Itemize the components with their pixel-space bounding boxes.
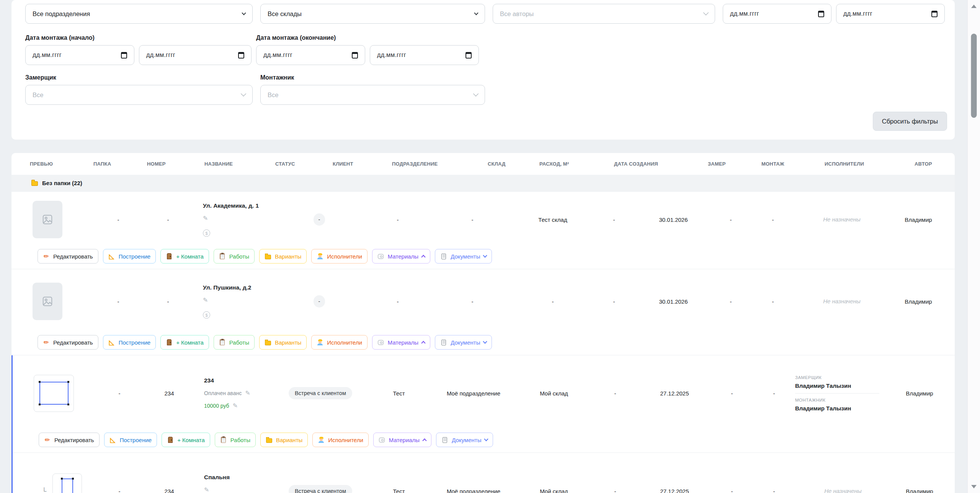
documents-button[interactable]: Документы	[435, 249, 492, 264]
scroll-up-arrow-icon[interactable]	[971, 5, 977, 8]
executors-button[interactable]: Исполнители	[311, 249, 368, 264]
triangle-ruler-icon	[108, 253, 115, 260]
works-button[interactable]: Работы	[215, 433, 256, 447]
add-room-button[interactable]: + Комната	[160, 249, 209, 264]
cell-number: 234	[144, 390, 194, 397]
header-preview: ПРЕВЬЮ	[21, 161, 93, 167]
executors-button[interactable]: Исполнители	[311, 335, 368, 350]
calendar-icon[interactable]	[818, 11, 824, 17]
edit-name-icon[interactable]	[203, 215, 208, 222]
header-measure: ЗАМЕР	[708, 161, 761, 167]
status-badge[interactable]: Встреча с клиентом	[289, 387, 352, 399]
build-button[interactable]: Построение	[103, 249, 156, 264]
materials-button[interactable]: Материалы	[372, 249, 430, 264]
cell-client: -	[365, 298, 430, 305]
document-icon	[440, 253, 447, 260]
documents-button[interactable]: Документы	[436, 433, 493, 447]
status-badge[interactable]: Встреча с клиентом	[289, 485, 352, 493]
header-executors: ИСПОЛНИТЕЛИ	[825, 161, 915, 167]
edit-name-icon[interactable]	[203, 296, 208, 304]
works-button[interactable]: Работы	[214, 335, 255, 350]
chevron-down-icon	[242, 11, 246, 15]
cell-author: Владимир	[891, 390, 948, 397]
room-drawing-preview[interactable]	[52, 473, 82, 493]
reset-filters-button[interactable]: Сбросить фильтры	[873, 112, 947, 131]
cell-measure: -	[710, 216, 752, 223]
door-icon	[166, 339, 173, 346]
triangle-ruler-icon	[109, 436, 116, 443]
build-button[interactable]: Построение	[104, 433, 157, 447]
edit-name-icon[interactable]	[204, 486, 209, 493]
add-room-button[interactable]: + Комната	[160, 335, 209, 350]
filter-author-label: Автор	[493, 0, 715, 1]
image-icon	[42, 214, 53, 225]
folder-icon	[31, 181, 38, 186]
measurer-select[interactable]: Все	[25, 85, 253, 105]
measure-date-to-input[interactable]: дд.мм.гггг	[836, 4, 945, 24]
chevron-down-icon	[241, 91, 246, 96]
cell-division: Моё подразделение	[431, 488, 516, 493]
installer-select[interactable]: Все	[260, 85, 485, 105]
install-end-to-input[interactable]: дд.мм.гггг	[370, 45, 479, 65]
executors-button[interactable]: Исполнители	[312, 433, 369, 447]
author-select[interactable]: Все авторы	[493, 4, 715, 24]
scroll-down-arrow-icon[interactable]	[971, 485, 977, 488]
project-preview-placeholder[interactable]	[33, 283, 62, 320]
calendar-icon[interactable]	[931, 11, 938, 17]
edit-button[interactable]: Редактировать	[38, 249, 98, 264]
executors-unassigned: Не назначены	[823, 216, 861, 223]
cell-client: Тест	[366, 488, 431, 493]
measure-date-from-input[interactable]: дд.мм.гггг	[723, 4, 831, 24]
project-row: - - Ул. Пушкина, д.2 - - - - - 30.01.202…	[11, 269, 955, 355]
division-select[interactable]: Все подразделения	[25, 4, 253, 24]
status-badge[interactable]: -	[314, 213, 325, 226]
warehouse-select[interactable]: Все склады	[260, 4, 485, 24]
project-name: Ул. Академика, д. 1	[203, 202, 259, 209]
install-start-to-input[interactable]: дд.мм.гггг	[139, 45, 252, 65]
header-client: КЛИЕНТ	[333, 161, 392, 167]
calendar-icon[interactable]	[466, 52, 472, 59]
header-folder: ПАПКА	[93, 161, 143, 167]
project-row: - 234 234 Оплачен аванс 10000 руб Встреч…	[13, 355, 955, 453]
calendar-icon[interactable]	[238, 52, 244, 59]
cell-created: 30.01.2026	[637, 216, 710, 223]
cell-install: -	[752, 298, 794, 305]
install-start-from-input[interactable]: дд.мм.гггг	[25, 45, 134, 65]
child-room-row: └ - 234 Спальня Встреча с клиентом Тест	[13, 453, 955, 493]
works-button[interactable]: Работы	[214, 249, 255, 264]
chevron-down-icon	[483, 339, 487, 343]
project-drawing-preview[interactable]	[34, 375, 74, 412]
add-room-button[interactable]: + Комната	[162, 433, 210, 447]
header-consumption: РАСХОД, М²	[539, 161, 614, 167]
calendar-icon[interactable]	[352, 52, 358, 59]
child-indent-icon: └	[42, 488, 46, 493]
documents-button[interactable]: Документы	[435, 335, 492, 350]
project-preview-placeholder[interactable]	[33, 201, 62, 238]
edit-button[interactable]: Редактировать	[39, 433, 100, 447]
header-number: НОМЕР	[143, 161, 193, 167]
edit-button[interactable]: Редактировать	[38, 335, 98, 350]
page-scrollbar[interactable]	[967, 0, 980, 493]
projects-table: ПРЕВЬЮ ПАПКА НОМЕР НАЗВАНИЕ СТАТУС КЛИЕН…	[11, 153, 955, 493]
chevron-down-icon	[483, 253, 487, 257]
status-badge[interactable]: -	[314, 295, 325, 308]
cell-consumption: -	[592, 488, 638, 493]
calendar-icon[interactable]	[121, 52, 127, 59]
scrollbar-thumb[interactable]	[971, 34, 977, 118]
variants-button[interactable]: Варианты	[260, 433, 308, 447]
folder-icon	[266, 436, 273, 443]
edit-advance-icon[interactable]	[233, 402, 238, 409]
build-button[interactable]: Построение	[103, 335, 156, 350]
edit-payment-status-icon[interactable]	[245, 389, 250, 397]
folder-group-row[interactable]: Без папки (22)	[11, 175, 955, 192]
variants-button[interactable]: Варианты	[259, 335, 307, 350]
cell-number: 234	[144, 488, 194, 493]
variants-button[interactable]: Варианты	[259, 249, 307, 264]
install-end-from-input[interactable]: дд.мм.гггг	[256, 45, 365, 65]
materials-button[interactable]: Материалы	[372, 335, 430, 350]
clipboard-icon	[219, 253, 226, 260]
materials-button[interactable]: Материалы	[373, 433, 431, 447]
project-actions-row: Редактировать Построение + Комната Работ…	[11, 249, 955, 264]
cell-client: -	[365, 216, 430, 223]
advance-amount: 10000 руб	[204, 403, 229, 409]
